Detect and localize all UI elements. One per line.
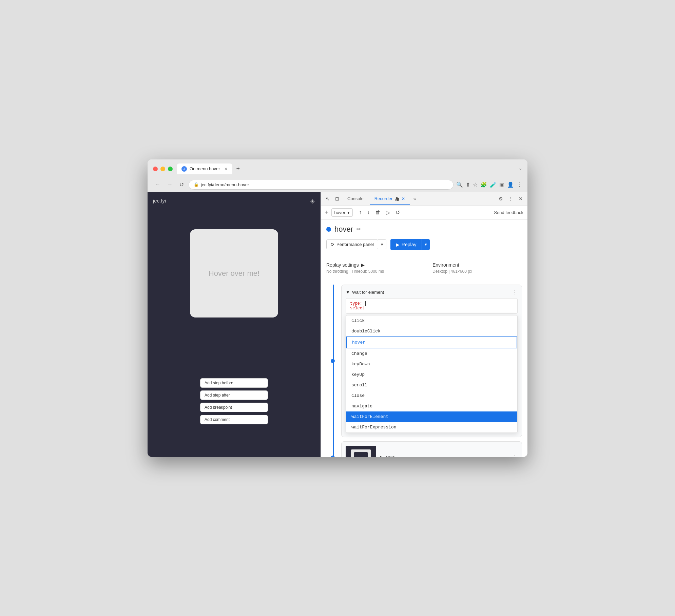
replay-label: Replay [402,242,417,247]
step2-header: ▶ Click ⋮ [380,454,518,457]
search-icon-btn[interactable]: 🔍 [456,181,463,188]
recorder-add-btn[interactable]: + [325,209,329,216]
step1-more-btn[interactable]: ⋮ [512,289,518,295]
tab-console[interactable]: Console [343,193,368,205]
browser-tab-active[interactable]: J On menu hover ✕ [177,163,232,174]
recording-header: hover ✏ [326,225,522,234]
replay-group: ▶ Replay ▾ [390,239,430,250]
dropdown-item-waitforexpression[interactable]: waitForExpression [346,422,517,432]
code-line-select: select [350,306,513,311]
dropdown-item-change[interactable]: change [346,348,517,359]
perf-panel-label: Performance panel [336,242,374,247]
dropdown-item-navigate[interactable]: navigate [346,401,517,411]
responsive-icon-btn[interactable]: ⊡ [333,195,341,203]
wait-for-element-step: ▼ Wait for element ⋮ type: [341,285,522,437]
new-tab-button[interactable]: + [234,164,243,174]
expand-tabs-button[interactable]: ∨ [519,167,522,171]
thumbnail-inner [351,449,371,457]
devtools-more-icon[interactable]: ⋮ [506,195,515,203]
dropdown-item-keydown[interactable]: keyDown [346,359,517,369]
env-title: Environment [432,262,522,268]
add-breakpoint-btn[interactable]: Add breakpoint [200,403,268,412]
step2-title[interactable]: ▶ Click [380,455,395,457]
dropdown-item-doubleclick[interactable]: doubleClick [346,326,517,336]
address-input[interactable]: 🔒 jec.fyi/demo/menu-hover [189,180,454,190]
page-brand: jec.fyi [153,198,166,204]
code-cursor [365,301,366,306]
reload-button[interactable]: ↺ [177,180,186,189]
delete-btn[interactable]: 🗑 [373,208,383,217]
play-btn[interactable]: ▷ [384,208,392,217]
theme-toggle-icon[interactable]: ☀ [310,198,315,205]
sidebar-icon-btn[interactable]: ▣ [499,181,504,188]
dropdown-item-scroll[interactable]: scroll [346,380,517,390]
perf-panel-group: ⟳ Performance panel ▾ [326,239,386,249]
step1-header: ▼ Wait for element ⋮ [346,289,518,295]
thumbnail-inner-dark [354,452,368,457]
add-button-group: Add step before Add step after Add break… [200,310,268,424]
timeline-line [333,285,334,457]
dropdown-item-keyup[interactable]: keyUp [346,369,517,380]
dropdown-arrow: ▾ [347,210,350,215]
menu-icon-btn[interactable]: ⋮ [517,181,522,188]
devtools-close-icon[interactable]: ✕ [517,195,525,203]
recorder-body[interactable]: hover ✏ ⟳ Performance panel ▾ ▶ [321,219,527,457]
download-btn[interactable]: ↓ [365,208,372,217]
step2-dot [331,456,335,457]
forward-button[interactable]: → [165,180,175,189]
maximize-button[interactable] [168,167,173,171]
bookmark-icon-btn[interactable]: ☆ [473,181,478,188]
send-feedback-link[interactable]: Send feedback [494,210,523,215]
step2-more-btn[interactable]: ⋮ [512,454,518,457]
upload-btn[interactable]: ↑ [357,208,364,217]
devtools-settings-icon[interactable]: ⚙ [497,195,505,203]
recording-name-select[interactable]: hover ▾ [331,208,353,217]
minimize-button[interactable] [160,167,165,171]
dropdown-item-close[interactable]: close [346,390,517,401]
replay-dropdown-btn[interactable]: ▾ [422,239,430,250]
devtools-header: ↖ ⊡ Console Recorder 🎥 ✕ » ⚙ ⋮ ✕ [321,192,527,206]
replay-button[interactable]: ▶ Replay [390,239,422,250]
replay-settings-title[interactable]: Replay settings ▶ [326,262,416,268]
traffic-lights [153,167,173,171]
url-text: jec.fyi/demo/menu-hover [201,182,249,187]
close-button[interactable] [153,167,158,171]
tab-close-icon[interactable]: ✕ [224,167,228,171]
back-button[interactable]: ← [153,180,162,189]
lab-icon-btn[interactable]: 🧪 [490,181,497,188]
edit-recording-name-icon[interactable]: ✏ [356,226,361,232]
dropdown-item-click[interactable]: click [346,315,517,326]
extensions-icon-btn[interactable]: 🧩 [480,181,487,188]
type-dropdown: click doubleClick hover change keyDown k… [346,315,518,433]
click-step: ▶ Click ⋮ [341,441,522,457]
tab-title: On menu hover [190,166,220,171]
perf-dropdown-btn[interactable]: ▾ [378,239,386,249]
recorder-tab-close[interactable]: ✕ [402,196,405,201]
step2-label: Click [386,455,395,457]
dropdown-item-waitforelement[interactable]: waitForElement [346,411,517,422]
recording-dot [326,227,331,232]
dropdown-item-hover[interactable]: hover [346,336,517,348]
step1-code: type: select [346,298,518,314]
add-comment-btn[interactable]: Add comment [200,415,268,424]
tab-recorder[interactable]: Recorder 🎥 ✕ [370,193,410,205]
step1-label: Wait for element [352,290,384,295]
step2-thumbnail [346,446,376,457]
account-icon-btn[interactable]: 👤 [507,181,514,188]
hover-card-text: Hover over me! [209,269,259,278]
timeline-area: ▼ Wait for element ⋮ type: [326,285,522,457]
add-step-before-btn[interactable]: Add step before [200,378,268,388]
recording-name-title: hover [334,225,353,234]
inspect-icon-btn[interactable]: ↖ [324,195,332,203]
more-tabs-icon[interactable]: » [411,195,418,203]
performance-panel-btn[interactable]: ⟳ Performance panel [326,239,378,249]
environment-section: Environment Desktop | 461×660 px [432,262,522,274]
step2-expand-icon: ▶ [380,455,384,457]
step1-title[interactable]: ▼ Wait for element [346,290,384,295]
undo-btn[interactable]: ↺ [393,208,402,217]
settings-divider [424,261,424,275]
share-icon-btn[interactable]: ⬆ [466,181,470,188]
main-content: jec.fyi ☀ Hover over me! Add step before… [148,192,527,457]
replay-settings-subtitle: No throttling | Timeout: 5000 ms [326,269,416,274]
add-step-after-btn[interactable]: Add step after [200,390,268,400]
